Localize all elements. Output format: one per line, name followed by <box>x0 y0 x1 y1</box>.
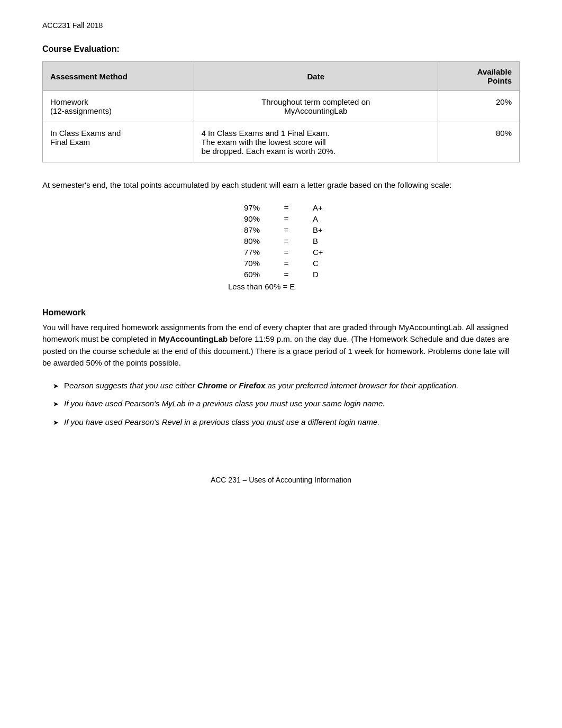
table-cell-method-2: In Class Exams andFinal Exam <box>43 122 194 162</box>
grade-row-a-plus: 97% = A+ <box>228 202 334 213</box>
grade-row-e: Less than 60% = E <box>228 282 334 291</box>
table-cell-points-1: 20% <box>438 91 519 122</box>
grade-row-d: 60% = D <box>228 269 334 280</box>
course-evaluation-title: Course Evaluation: <box>42 44 520 54</box>
page-footer: ACC 231 – Uses of Accounting Information <box>42 470 520 484</box>
grade-scale-intro: At semester's end, the total points accu… <box>42 179 520 192</box>
course-evaluation-table: Assessment Method Date AvailablePoints H… <box>42 61 520 162</box>
table-cell-date-2: 4 In Class Exams and 1 Final Exam.The ex… <box>194 122 438 162</box>
table-header-points: AvailablePoints <box>438 62 519 91</box>
list-item: If you have used Pearson's Revel in a pr… <box>53 416 520 429</box>
table-header-date: Date <box>194 62 438 91</box>
table-cell-points-2: 80% <box>438 122 519 162</box>
homework-paragraph: You will have required homework assignme… <box>42 322 520 369</box>
course-code: ACC231 Fall 2018 <box>42 21 103 30</box>
table-row: In Class Exams andFinal Exam 4 In Class … <box>43 122 520 162</box>
homework-bullet-list: Pearson suggests that you use either Chr… <box>42 380 520 429</box>
grade-row-c-plus: 77% = C+ <box>228 247 334 258</box>
homework-section: Homework You will have required homework… <box>42 308 520 429</box>
list-item: Pearson suggests that you use either Chr… <box>53 380 520 392</box>
page-header: ACC231 Fall 2018 <box>42 21 520 30</box>
list-item: If you have used Pearson's MyLab in a pr… <box>53 398 520 410</box>
grade-row-b-plus: 87% = B+ <box>228 224 334 235</box>
table-cell-method-1: Homework(12-assignments) <box>43 91 194 122</box>
grade-scale-container: 97% = A+ 90% = A 87% = B+ 80% = B 77% = … <box>42 202 520 291</box>
table-row: Homework(12-assignments) Throughout term… <box>43 91 520 122</box>
grade-row-b: 80% = B <box>228 235 334 247</box>
footer-text: ACC 231 – Uses of Accounting Information <box>211 476 351 484</box>
grade-row-a: 90% = A <box>228 213 334 224</box>
table-header-method: Assessment Method <box>43 62 194 91</box>
homework-title: Homework <box>42 308 520 317</box>
table-cell-date-1: Throughout term completed onMyAccounting… <box>194 91 438 122</box>
grade-row-c: 70% = C <box>228 258 334 269</box>
